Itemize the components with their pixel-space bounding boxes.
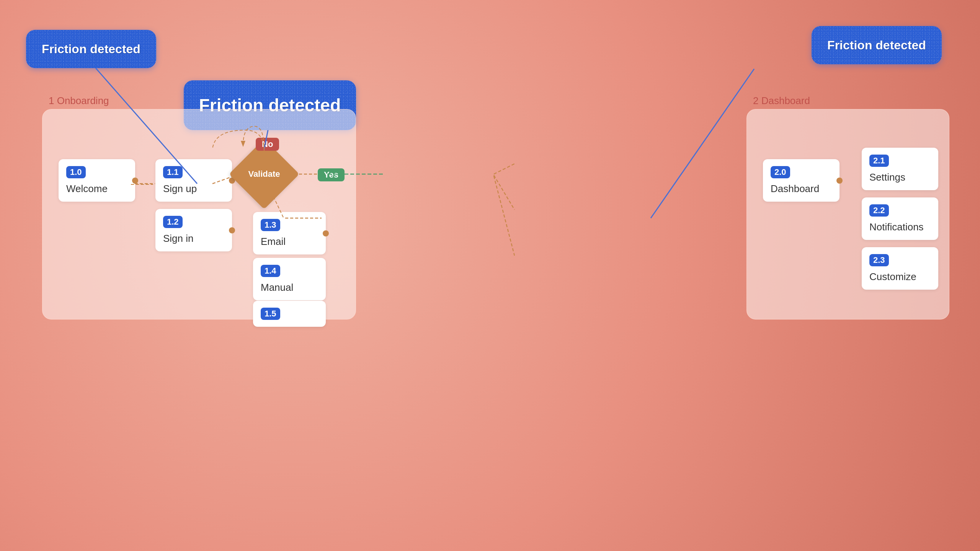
- node-1-4: 1.4 Manual: [253, 258, 326, 300]
- node-id-1-1: 1.1: [163, 166, 183, 178]
- section-dashboard: 2 Dashboard 2.0 Dashboard 2.1 Settings 2…: [746, 109, 949, 320]
- node-1-3: 1.3 Email: [253, 212, 326, 254]
- svg-line-11: [494, 176, 514, 256]
- diamond-validate: Validate: [239, 149, 289, 199]
- friction-badge-top-left: Friction detected: [26, 30, 156, 68]
- node-label-1-3: Email: [261, 236, 317, 248]
- dashboard-label: 2 Dashboard: [753, 95, 810, 107]
- svg-line-10: [494, 175, 514, 210]
- node-id-2-0: 2.0: [771, 166, 790, 178]
- svg-line-9: [494, 164, 514, 174]
- section-onboarding: 1 Onboarding 1.0 Welcome 1.1 Sign up 1.2…: [42, 109, 356, 320]
- node-2-0: 2.0 Dashboard: [763, 159, 840, 202]
- onboarding-label: 1 Onboarding: [49, 95, 109, 107]
- node-1-5: 1.5: [253, 301, 326, 327]
- node-2-3: 2.3 Customize: [862, 247, 938, 290]
- node-label-2-3: Customize: [869, 271, 929, 283]
- label-no: No: [256, 138, 279, 151]
- node-id-1-5: 1.5: [261, 308, 280, 320]
- node-id-2-1: 2.1: [869, 155, 889, 167]
- dot-signin-right: [229, 227, 235, 233]
- label-yes: Yes: [318, 168, 345, 181]
- node-id-1-0: 1.0: [66, 166, 86, 178]
- node-label-2-2: Notifications: [869, 221, 929, 233]
- dot-welcome-right: [132, 178, 138, 184]
- friction-badge-top-right: Friction detected: [812, 26, 942, 64]
- node-2-2: 2.2 Notifications: [862, 197, 938, 240]
- svg-line-7: [651, 69, 754, 218]
- node-1-0: 1.0 Welcome: [59, 159, 135, 202]
- node-id-1-2: 1.2: [163, 216, 183, 228]
- node-label-2-1: Settings: [869, 171, 929, 183]
- diamond-label: Validate: [248, 169, 280, 179]
- dot-email-right: [323, 230, 329, 236]
- node-label-1-4: Manual: [261, 282, 317, 293]
- node-label-1-2: Sign in: [163, 233, 223, 245]
- node-id-2-3: 2.3: [869, 254, 889, 266]
- node-id-2-2: 2.2: [869, 204, 889, 217]
- dot-dashboard-right: [836, 178, 843, 184]
- node-id-1-3: 1.3: [261, 219, 280, 231]
- node-id-1-4: 1.4: [261, 265, 280, 277]
- node-label-2-0: Dashboard: [771, 183, 830, 195]
- node-2-1: 2.1 Settings: [862, 148, 938, 190]
- node-label-1-1: Sign up: [163, 183, 223, 195]
- node-1-1: 1.1 Sign up: [155, 159, 232, 202]
- node-label-1-0: Welcome: [66, 183, 126, 195]
- node-1-2: 1.2 Sign in: [155, 209, 232, 251]
